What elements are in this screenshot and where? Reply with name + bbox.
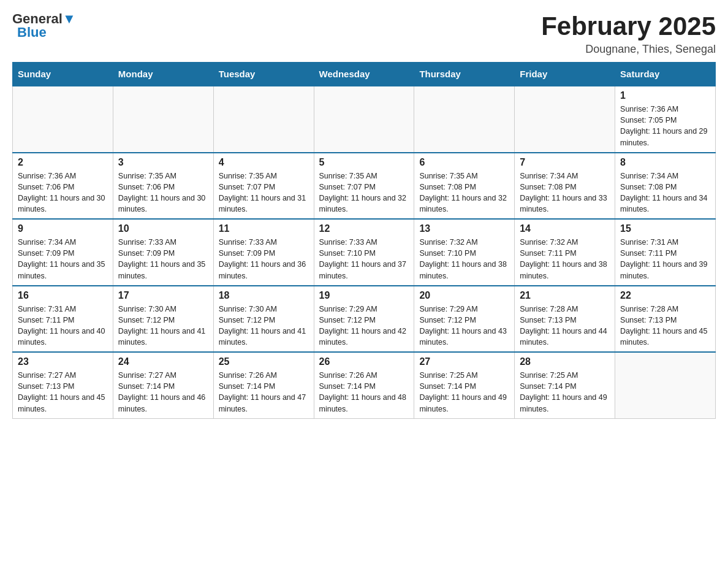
calendar-cell: 20Sunrise: 7:29 AMSunset: 7:12 PMDayligh… [414, 286, 515, 353]
calendar-cell [213, 86, 314, 153]
calendar-cell: 24Sunrise: 7:27 AMSunset: 7:14 PMDayligh… [113, 352, 213, 418]
calendar-cell: 7Sunrise: 7:34 AMSunset: 7:08 PMDaylight… [515, 153, 615, 220]
calendar-subtitle: Dougnane, Thies, Senegal [541, 43, 716, 56]
calendar-cell: 25Sunrise: 7:26 AMSunset: 7:14 PMDayligh… [213, 352, 314, 418]
day-number: 14 [520, 223, 610, 234]
calendar-cell: 11Sunrise: 7:33 AMSunset: 7:09 PMDayligh… [213, 219, 314, 286]
day-number: 2 [18, 157, 108, 168]
calendar-cell: 13Sunrise: 7:32 AMSunset: 7:10 PMDayligh… [414, 219, 515, 286]
day-number: 15 [620, 223, 710, 234]
day-number: 9 [18, 223, 108, 234]
logo: General▼ Blue [12, 12, 76, 39]
calendar-cell: 19Sunrise: 7:29 AMSunset: 7:12 PMDayligh… [314, 286, 414, 353]
calendar-cell: 18Sunrise: 7:30 AMSunset: 7:12 PMDayligh… [213, 286, 314, 353]
calendar-header-row: Sunday Monday Tuesday Wednesday Thursday… [13, 63, 716, 86]
calendar-cell: 22Sunrise: 7:28 AMSunset: 7:13 PMDayligh… [615, 286, 716, 353]
calendar-cell [414, 86, 515, 153]
day-info: Sunrise: 7:29 AMSunset: 7:12 PMDaylight:… [319, 304, 409, 348]
day-number: 12 [319, 223, 409, 234]
page-header: General▼ Blue February 2025 Dougnane, Th… [12, 12, 716, 56]
calendar-cell: 15Sunrise: 7:31 AMSunset: 7:11 PMDayligh… [615, 219, 716, 286]
calendar-cell: 27Sunrise: 7:25 AMSunset: 7:14 PMDayligh… [414, 352, 515, 418]
col-monday: Monday [113, 63, 213, 86]
calendar-cell [615, 352, 716, 418]
day-number: 5 [319, 157, 409, 168]
day-info: Sunrise: 7:31 AMSunset: 7:11 PMDaylight:… [18, 304, 108, 348]
calendar-week-row: 1Sunrise: 7:36 AMSunset: 7:05 PMDaylight… [13, 86, 716, 153]
calendar-cell: 28Sunrise: 7:25 AMSunset: 7:14 PMDayligh… [515, 352, 615, 418]
calendar-table: Sunday Monday Tuesday Wednesday Thursday… [12, 62, 716, 419]
calendar-cell: 9Sunrise: 7:34 AMSunset: 7:09 PMDaylight… [13, 219, 113, 286]
day-info: Sunrise: 7:33 AMSunset: 7:09 PMDaylight:… [118, 237, 208, 282]
calendar-week-row: 23Sunrise: 7:27 AMSunset: 7:13 PMDayligh… [13, 352, 716, 418]
day-info: Sunrise: 7:34 AMSunset: 7:08 PMDaylight:… [520, 170, 610, 215]
day-number: 20 [419, 290, 509, 301]
calendar-cell: 5Sunrise: 7:35 AMSunset: 7:07 PMDaylight… [314, 153, 414, 220]
day-number: 13 [419, 223, 509, 234]
col-wednesday: Wednesday [314, 63, 414, 86]
day-number: 21 [520, 290, 610, 301]
day-number: 17 [118, 290, 208, 301]
day-number: 19 [319, 290, 409, 301]
calendar-cell: 10Sunrise: 7:33 AMSunset: 7:09 PMDayligh… [113, 219, 213, 286]
calendar-cell: 6Sunrise: 7:35 AMSunset: 7:08 PMDaylight… [414, 153, 515, 220]
day-info: Sunrise: 7:28 AMSunset: 7:13 PMDaylight:… [620, 304, 710, 348]
day-number: 11 [219, 223, 309, 234]
day-info: Sunrise: 7:25 AMSunset: 7:14 PMDaylight:… [419, 370, 509, 415]
day-info: Sunrise: 7:35 AMSunset: 7:07 PMDaylight:… [319, 170, 409, 215]
day-number: 6 [419, 157, 509, 168]
day-info: Sunrise: 7:28 AMSunset: 7:13 PMDaylight:… [520, 304, 610, 348]
col-sunday: Sunday [13, 63, 113, 86]
day-info: Sunrise: 7:29 AMSunset: 7:12 PMDaylight:… [419, 304, 509, 348]
calendar-cell [13, 86, 113, 153]
calendar-cell: 2Sunrise: 7:36 AMSunset: 7:06 PMDaylight… [13, 153, 113, 220]
calendar-cell: 8Sunrise: 7:34 AMSunset: 7:08 PMDaylight… [615, 153, 716, 220]
day-info: Sunrise: 7:31 AMSunset: 7:11 PMDaylight:… [620, 237, 710, 282]
col-thursday: Thursday [414, 63, 515, 86]
day-number: 16 [18, 290, 108, 301]
logo-general-text: General▼ [12, 12, 76, 26]
day-number: 23 [18, 356, 108, 367]
day-info: Sunrise: 7:35 AMSunset: 7:06 PMDaylight:… [118, 170, 208, 215]
logo-blue-text: Blue [17, 25, 47, 40]
calendar-week-row: 2Sunrise: 7:36 AMSunset: 7:06 PMDaylight… [13, 153, 716, 220]
day-number: 26 [319, 356, 409, 367]
calendar-cell: 21Sunrise: 7:28 AMSunset: 7:13 PMDayligh… [515, 286, 615, 353]
calendar-cell [113, 86, 213, 153]
calendar-cell: 16Sunrise: 7:31 AMSunset: 7:11 PMDayligh… [13, 286, 113, 353]
col-tuesday: Tuesday [213, 63, 314, 86]
col-saturday: Saturday [615, 63, 716, 86]
calendar-cell [314, 86, 414, 153]
logo-triangle-shape: ▼ [63, 11, 76, 26]
calendar-week-row: 9Sunrise: 7:34 AMSunset: 7:09 PMDaylight… [13, 219, 716, 286]
day-number: 22 [620, 290, 710, 301]
col-friday: Friday [515, 63, 615, 86]
calendar-cell: 3Sunrise: 7:35 AMSunset: 7:06 PMDaylight… [113, 153, 213, 220]
calendar-week-row: 16Sunrise: 7:31 AMSunset: 7:11 PMDayligh… [13, 286, 716, 353]
day-number: 27 [419, 356, 509, 367]
day-number: 1 [620, 90, 710, 101]
day-info: Sunrise: 7:34 AMSunset: 7:09 PMDaylight:… [18, 237, 108, 282]
calendar-cell: 1Sunrise: 7:36 AMSunset: 7:05 PMDaylight… [615, 86, 716, 153]
day-info: Sunrise: 7:36 AMSunset: 7:05 PMDaylight:… [620, 104, 710, 148]
calendar-cell: 12Sunrise: 7:33 AMSunset: 7:10 PMDayligh… [314, 219, 414, 286]
day-info: Sunrise: 7:27 AMSunset: 7:14 PMDaylight:… [118, 370, 208, 415]
day-info: Sunrise: 7:26 AMSunset: 7:14 PMDaylight:… [219, 370, 309, 415]
calendar-cell: 26Sunrise: 7:26 AMSunset: 7:14 PMDayligh… [314, 352, 414, 418]
day-number: 3 [118, 157, 208, 168]
calendar-cell [515, 86, 615, 153]
day-number: 18 [219, 290, 309, 301]
calendar-cell: 17Sunrise: 7:30 AMSunset: 7:12 PMDayligh… [113, 286, 213, 353]
calendar-cell: 23Sunrise: 7:27 AMSunset: 7:13 PMDayligh… [13, 352, 113, 418]
day-number: 7 [520, 157, 610, 168]
day-info: Sunrise: 7:25 AMSunset: 7:14 PMDaylight:… [520, 370, 610, 415]
day-info: Sunrise: 7:33 AMSunset: 7:10 PMDaylight:… [319, 237, 409, 282]
day-info: Sunrise: 7:36 AMSunset: 7:06 PMDaylight:… [18, 170, 108, 215]
day-number: 24 [118, 356, 208, 367]
day-info: Sunrise: 7:26 AMSunset: 7:14 PMDaylight:… [319, 370, 409, 415]
day-info: Sunrise: 7:32 AMSunset: 7:10 PMDaylight:… [419, 237, 509, 282]
day-number: 8 [620, 157, 710, 168]
day-info: Sunrise: 7:30 AMSunset: 7:12 PMDaylight:… [118, 304, 208, 348]
day-number: 10 [118, 223, 208, 234]
day-info: Sunrise: 7:34 AMSunset: 7:08 PMDaylight:… [620, 170, 710, 215]
